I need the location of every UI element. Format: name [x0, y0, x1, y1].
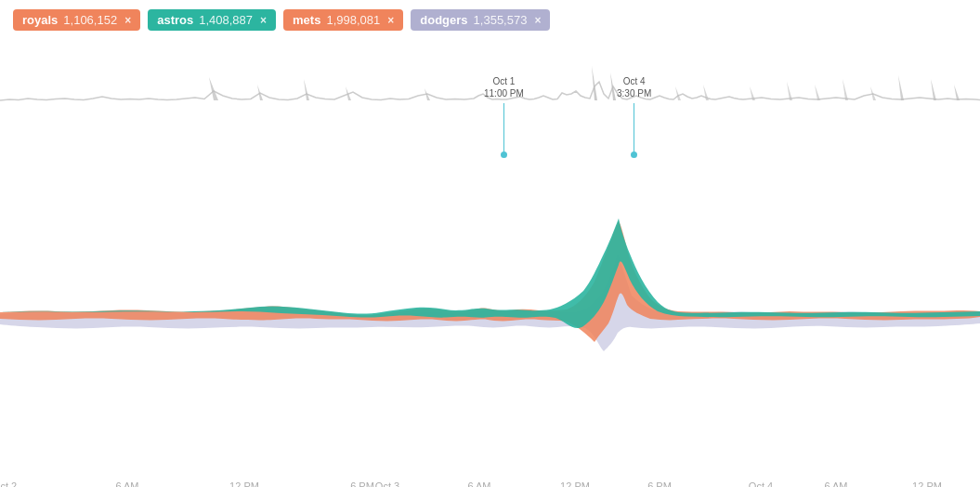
tag-royals-close[interactable]: × — [124, 14, 131, 27]
tag-astros-name: astros — [157, 13, 193, 27]
xaxis-oct3: Oct 3 — [375, 480, 399, 487]
xaxis-6pm-oct3: 6 PM — [647, 480, 672, 487]
marker1-label-line1: Oct 1 — [492, 76, 515, 86]
tag-dodgers-name: dodgers — [420, 13, 467, 27]
main-chart — [0, 161, 980, 458]
chart-area: Oct 1 11:00 PM Oct 4 3:30 PM Oct 2 6 AM … — [0, 40, 980, 477]
tag-mets[interactable]: mets 1,998,081 × — [283, 9, 403, 31]
marker1-label-line2: 11:00 PM — [484, 88, 524, 99]
xaxis-12pm-oct2: 12 PM — [229, 480, 259, 487]
xaxis-oct2: Oct 2 — [0, 480, 17, 487]
tag-mets-count: 1,998,081 — [326, 13, 380, 27]
tag-royals[interactable]: royals 1,106,152 × — [13, 9, 140, 31]
tag-astros-count: 1,408,887 — [199, 13, 253, 27]
tag-dodgers[interactable]: dodgers 1,355,573 × — [411, 9, 550, 31]
tag-dodgers-count: 1,355,573 — [474, 13, 528, 27]
tags-row: royals 1,106,152 × astros 1,408,887 × me… — [0, 0, 980, 40]
tag-astros-close[interactable]: × — [260, 14, 267, 27]
tag-mets-close[interactable]: × — [387, 14, 394, 27]
tag-royals-name: royals — [22, 13, 58, 27]
xaxis-6am-oct2: 6 AM — [115, 480, 138, 487]
xaxis: Oct 2 6 AM 12 PM 6 PM Oct 3 6 AM 12 PM 6… — [0, 473, 980, 487]
tag-astros[interactable]: astros 1,408,887 × — [148, 9, 276, 31]
tag-royals-count: 1,106,152 — [63, 13, 117, 27]
marker2-overview: Oct 4 3:30 PM — [617, 75, 651, 158]
tag-dodgers-close[interactable]: × — [534, 14, 541, 27]
marker2-label-line1: Oct 4 — [623, 76, 646, 86]
xaxis-6am-oct4: 6 AM — [824, 480, 847, 487]
marker1-overview: Oct 1 11:00 PM — [484, 75, 524, 158]
xaxis-12pm-oct3: 12 PM — [560, 480, 590, 487]
xaxis-oct4: Oct 4 — [749, 480, 773, 487]
marker2-label-line2: 3:30 PM — [617, 88, 651, 99]
xaxis-6am-oct3: 6 AM — [467, 480, 490, 487]
tag-mets-name: mets — [293, 13, 320, 27]
xaxis-12pm-oct4: 12 PM — [912, 480, 942, 487]
xaxis-6pm-oct2: 6 PM — [350, 480, 374, 487]
